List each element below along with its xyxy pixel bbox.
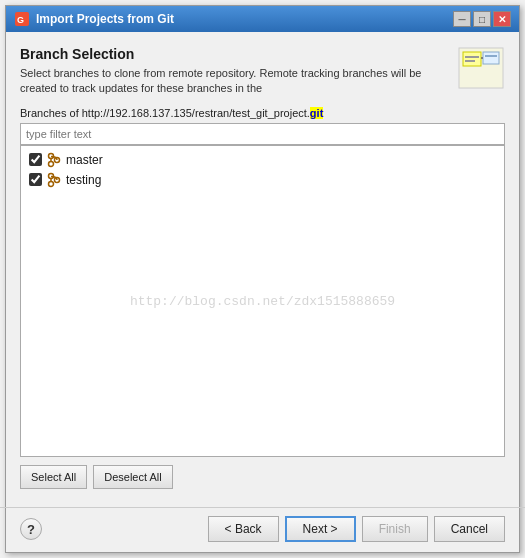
- footer-right: < Back Next > Finish Cancel: [208, 516, 505, 542]
- title-bar: G Import Projects from Git ─ □ ✕: [6, 6, 519, 32]
- window-title: Import Projects from Git: [36, 12, 453, 26]
- close-button[interactable]: ✕: [493, 11, 511, 27]
- branch-url-prefix: Branches of http://192.168.137.135/restr…: [20, 107, 310, 119]
- cancel-button[interactable]: Cancel: [434, 516, 505, 542]
- minimize-button[interactable]: ─: [453, 11, 471, 27]
- section-header-text: Branch Selection Select branches to clon…: [20, 46, 447, 97]
- window-controls: ─ □ ✕: [453, 11, 511, 27]
- branch-name-testing: testing: [66, 173, 101, 187]
- branch-icon-master: [46, 152, 62, 168]
- maximize-button[interactable]: □: [473, 11, 491, 27]
- filter-input[interactable]: [20, 123, 505, 145]
- finish-button[interactable]: Finish: [362, 516, 428, 542]
- git-branch-icon: [457, 46, 505, 90]
- help-button[interactable]: ?: [20, 518, 42, 540]
- content-area: Branch Selection Select branches to clon…: [6, 32, 519, 507]
- git-icon: G: [14, 11, 30, 27]
- section-title: Branch Selection: [20, 46, 447, 62]
- deselect-all-button[interactable]: Deselect All: [93, 465, 172, 489]
- branch-checkbox-master[interactable]: [29, 153, 42, 166]
- select-buttons-row: Select All Deselect All: [20, 465, 505, 489]
- branch-name-master: master: [66, 153, 103, 167]
- select-all-button[interactable]: Select All: [20, 465, 87, 489]
- branch-item-testing: testing: [21, 170, 504, 190]
- section-description: Select branches to clone from remote rep…: [20, 66, 447, 97]
- next-button[interactable]: Next >: [285, 516, 356, 542]
- watermark-text: http://blog.csdn.net/zdx1515888659: [130, 293, 395, 308]
- svg-point-14: [49, 181, 54, 186]
- svg-rect-5: [465, 60, 475, 62]
- branch-icon-testing: [46, 172, 62, 188]
- footer-left: ?: [20, 518, 42, 540]
- back-button[interactable]: < Back: [208, 516, 279, 542]
- svg-rect-7: [485, 55, 497, 57]
- svg-point-10: [49, 161, 54, 166]
- section-header: Branch Selection Select branches to clon…: [20, 46, 505, 97]
- main-window: G Import Projects from Git ─ □ ✕ Branch …: [5, 5, 520, 553]
- branch-item-master: master: [21, 150, 504, 170]
- svg-rect-4: [465, 56, 479, 58]
- branch-list: http://blog.csdn.net/zdx1515888659 maste…: [20, 145, 505, 457]
- footer: ? < Back Next > Finish Cancel: [6, 508, 519, 552]
- svg-text:G: G: [17, 15, 24, 25]
- branch-checkbox-testing[interactable]: [29, 173, 42, 186]
- svg-rect-6: [483, 52, 499, 64]
- svg-rect-3: [463, 52, 481, 66]
- branch-url-label: Branches of http://192.168.137.135/restr…: [20, 107, 505, 119]
- branch-url-highlight: git: [310, 107, 323, 119]
